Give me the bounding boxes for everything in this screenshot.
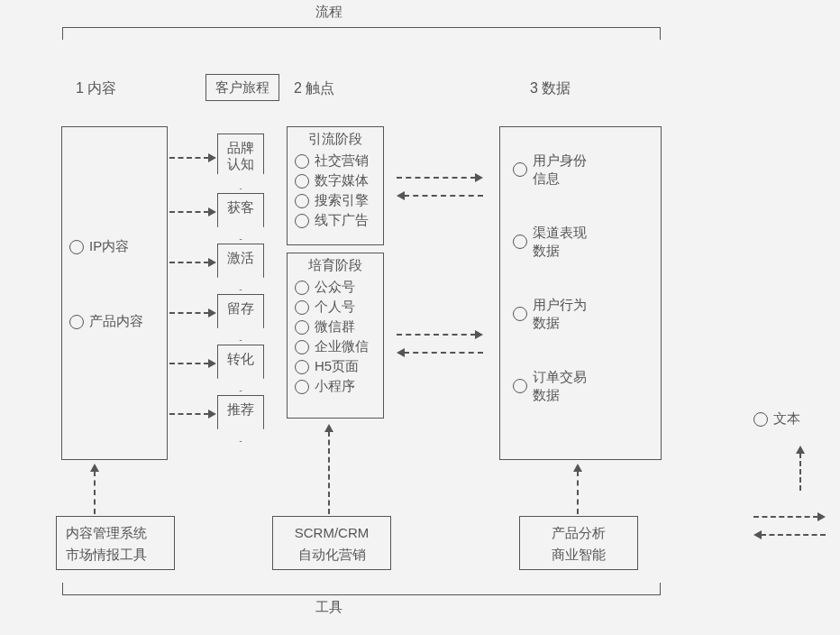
data-item: 订单交易数据 bbox=[533, 368, 596, 404]
list-item: 个人号 bbox=[295, 299, 376, 316]
step-brand: 品牌认知 bbox=[217, 133, 264, 189]
dashed-arrow-up bbox=[90, 464, 99, 514]
tool-label: 自动化营销 bbox=[282, 544, 381, 566]
step-refer: 推荐 bbox=[217, 395, 264, 442]
bullet-icon bbox=[295, 340, 309, 354]
tool-label: 商业智能 bbox=[529, 544, 628, 566]
dashed-arrow-up bbox=[324, 424, 333, 514]
phase2-item: 微信群 bbox=[315, 318, 355, 336]
list-item: 社交营销 bbox=[295, 152, 376, 170]
bullet-icon bbox=[295, 214, 309, 228]
phase2-item: 公众号 bbox=[315, 279, 355, 296]
dashed-arrow-up bbox=[573, 464, 582, 514]
bullet-icon bbox=[295, 281, 309, 295]
phase2-title: 培育阶段 bbox=[295, 255, 376, 276]
bullet-icon bbox=[753, 412, 768, 427]
list-item: 数字媒体 bbox=[295, 172, 376, 189]
dashed-arrow-right bbox=[397, 330, 483, 339]
section-3-header: 3 数据 bbox=[530, 79, 571, 98]
tools-label: 工具 bbox=[315, 599, 342, 616]
content-box: IP内容 产品内容 bbox=[61, 126, 168, 460]
list-item: 小程序 bbox=[295, 378, 376, 395]
bullet-icon bbox=[513, 307, 527, 321]
list-item: 线下广告 bbox=[295, 212, 376, 229]
data-item: 用户行为数据 bbox=[533, 296, 596, 332]
legend-arrow-up bbox=[796, 446, 805, 491]
step-label: 激活 bbox=[227, 250, 254, 266]
step-retain: 留存 bbox=[217, 294, 264, 341]
list-item: 渠道表现数据 bbox=[513, 224, 648, 260]
bullet-icon bbox=[295, 380, 309, 394]
phase2-item: H5页面 bbox=[315, 358, 359, 375]
dashed-arrow-left bbox=[397, 191, 483, 200]
step-label: 获客 bbox=[227, 199, 254, 216]
list-item: 用户行为数据 bbox=[513, 296, 648, 332]
legend-arrow-right bbox=[753, 512, 826, 521]
list-item: 订单交易数据 bbox=[513, 368, 648, 404]
bullet-icon bbox=[295, 300, 309, 315]
section-1-header: 1 内容 bbox=[76, 79, 116, 98]
step-convert: 转化 bbox=[217, 345, 264, 391]
dashed-arrow-right bbox=[169, 410, 216, 419]
top-bracket bbox=[62, 27, 661, 40]
phase1-box: 引流阶段 社交营销 数字媒体 搜索引擎 线下广告 bbox=[287, 126, 384, 245]
phase1-title: 引流阶段 bbox=[295, 129, 376, 150]
bullet-icon bbox=[295, 194, 309, 208]
list-item: IP内容 bbox=[69, 238, 160, 255]
bullet-icon bbox=[69, 240, 84, 254]
tools-box-2: SCRM/CRM 自动化营销 bbox=[272, 516, 391, 570]
bullet-icon bbox=[295, 174, 309, 189]
tool-label: 内容管理系统 bbox=[66, 522, 165, 544]
phase2-item: 小程序 bbox=[315, 378, 355, 395]
section-2-header: 2 触点 bbox=[294, 79, 334, 98]
phase2-item: 个人号 bbox=[315, 299, 355, 316]
phase1-item: 社交营销 bbox=[315, 152, 369, 170]
step-label: 品牌认知 bbox=[224, 140, 258, 172]
bullet-icon bbox=[513, 235, 527, 249]
bullet-icon bbox=[513, 379, 527, 393]
tool-label: SCRM/CRM bbox=[282, 522, 381, 544]
step-label: 转化 bbox=[227, 351, 254, 367]
legend-arrow-left bbox=[753, 530, 826, 539]
phase1-item: 线下广告 bbox=[315, 212, 369, 229]
list-item: 用户身份信息 bbox=[513, 152, 648, 188]
dashed-arrow-right bbox=[169, 258, 216, 267]
content-item-label: IP内容 bbox=[89, 238, 129, 255]
phase2-item: 企业微信 bbox=[315, 338, 369, 355]
dashed-arrow-right bbox=[169, 207, 216, 216]
bullet-icon bbox=[69, 315, 84, 329]
list-item: 企业微信 bbox=[295, 338, 376, 355]
journey-box: 客户旅程 bbox=[205, 74, 279, 101]
phase1-item: 搜索引擎 bbox=[315, 192, 369, 209]
list-item: 搜索引擎 bbox=[295, 192, 376, 209]
legend-text: 文本 bbox=[753, 410, 800, 428]
dashed-arrow-right bbox=[397, 173, 483, 182]
phase2-box: 培育阶段 公众号 个人号 微信群 企业微信 H5页面 小程序 bbox=[287, 253, 384, 419]
bullet-icon bbox=[295, 154, 309, 169]
process-label: 流程 bbox=[315, 4, 342, 21]
step-activate: 激活 bbox=[217, 244, 264, 290]
tools-box-3: 产品分析 商业智能 bbox=[519, 516, 638, 570]
tools-box-1: 内容管理系统 市场情报工具 bbox=[56, 516, 175, 570]
bullet-icon bbox=[295, 320, 309, 335]
step-label: 留存 bbox=[227, 300, 254, 317]
bullet-icon bbox=[295, 360, 309, 374]
data-item: 用户身份信息 bbox=[533, 152, 596, 188]
content-item-label: 产品内容 bbox=[89, 313, 143, 330]
step-label: 推荐 bbox=[227, 401, 254, 418]
dashed-arrow-left bbox=[397, 348, 483, 357]
dashed-arrow-right bbox=[169, 359, 216, 368]
legend: 文本 bbox=[753, 408, 800, 430]
dashed-arrow-right bbox=[169, 153, 216, 162]
list-item: H5页面 bbox=[295, 358, 376, 375]
data-box: 用户身份信息 渠道表现数据 用户行为数据 订单交易数据 bbox=[499, 126, 662, 460]
bullet-icon bbox=[513, 162, 527, 177]
step-acquire: 获客 bbox=[217, 193, 264, 240]
legend-text-label: 文本 bbox=[773, 410, 800, 428]
tool-label: 产品分析 bbox=[529, 522, 628, 544]
list-item: 产品内容 bbox=[69, 313, 160, 330]
list-item: 公众号 bbox=[295, 279, 376, 296]
phase1-item: 数字媒体 bbox=[315, 172, 369, 189]
journey-box-label: 客户旅程 bbox=[215, 79, 269, 97]
data-item: 渠道表现数据 bbox=[533, 224, 596, 260]
